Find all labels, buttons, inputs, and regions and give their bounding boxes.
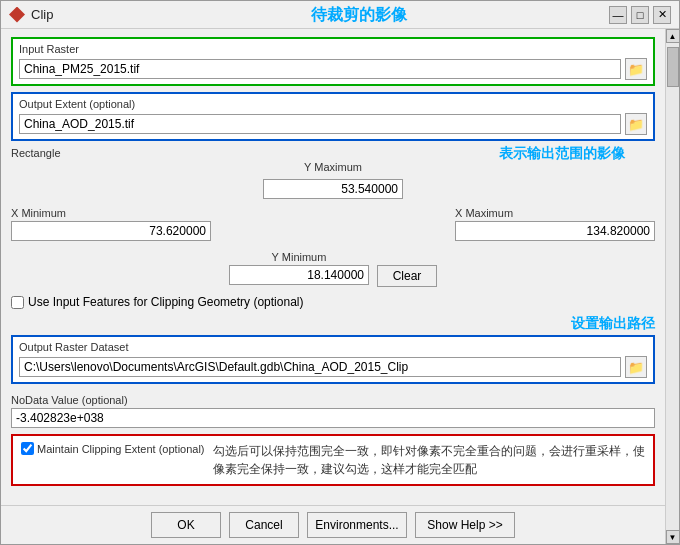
- scroll-thumb[interactable]: [667, 47, 679, 87]
- x-max-group: X Maximum: [455, 207, 655, 241]
- clip-icon: [9, 7, 25, 23]
- title-bar: Clip 待裁剪的影像 — □ ✕: [1, 1, 679, 29]
- y-minimum-label: Y Minimum: [229, 251, 369, 263]
- title-controls: — □ ✕: [609, 6, 671, 24]
- scroll-up-arrow[interactable]: ▲: [666, 29, 680, 43]
- y-min-row: Y Minimum Clear: [11, 249, 655, 287]
- bottom-bar: OK Cancel Environments... Show Help >>: [1, 505, 665, 544]
- x-maximum-input[interactable]: [455, 221, 655, 241]
- ok-button[interactable]: OK: [151, 512, 221, 538]
- scrollbar[interactable]: ▲ ▼: [665, 29, 679, 544]
- x-min-group: X Minimum: [11, 207, 211, 241]
- input-raster-folder-button[interactable]: 📁: [625, 58, 647, 80]
- rectangle-grid: Y Maximum X Minimum X Maximum: [11, 161, 655, 287]
- rectangle-section: Rectangle 表示输出范围的影像 Y Maximum X Minimum: [11, 147, 655, 287]
- use-input-features-label: Use Input Features for Clipping Geometry…: [28, 295, 303, 309]
- output-raster-annotation: 设置输出路径: [571, 315, 655, 331]
- show-help-button[interactable]: Show Help >>: [415, 512, 515, 538]
- output-extent-section: Output Extent (optional) 📁: [11, 92, 655, 141]
- input-raster-field[interactable]: [19, 59, 621, 79]
- main-window: Clip 待裁剪的影像 — □ ✕ ▲ ▼ Input Raster 📁 Out…: [0, 0, 680, 545]
- title-left: Clip: [9, 7, 53, 23]
- window-title: Clip: [31, 7, 53, 22]
- rectangle-label: Rectangle: [11, 147, 61, 159]
- environments-button[interactable]: Environments...: [307, 512, 407, 538]
- use-input-features-checkbox[interactable]: [11, 296, 24, 309]
- maximize-button[interactable]: □: [631, 6, 649, 24]
- maintain-check-group: Maintain Clipping Extent (optional): [21, 442, 205, 455]
- output-extent-annotation: 表示输出范围的影像: [499, 145, 625, 163]
- output-raster-row: 📁: [19, 356, 647, 378]
- x-minimum-input[interactable]: [11, 221, 211, 241]
- output-raster-folder-button[interactable]: 📁: [625, 356, 647, 378]
- nodata-section: NoData Value (optional): [11, 394, 655, 428]
- x-minmax-row: X Minimum X Maximum: [11, 207, 655, 241]
- input-raster-row: 📁: [19, 58, 647, 80]
- y-maximum-label: Y Maximum: [304, 161, 362, 173]
- output-raster-field[interactable]: [19, 357, 621, 377]
- y-min-group: Y Minimum: [229, 251, 369, 285]
- y-max-input-row: [11, 179, 655, 199]
- clear-button[interactable]: Clear: [377, 265, 437, 287]
- maintain-checkbox[interactable]: [21, 442, 34, 455]
- close-button[interactable]: ✕: [653, 6, 671, 24]
- use-input-features-row: Use Input Features for Clipping Geometry…: [11, 295, 655, 309]
- minimize-button[interactable]: —: [609, 6, 627, 24]
- output-extent-label: Output Extent (optional): [19, 98, 647, 110]
- output-extent-folder-button[interactable]: 📁: [625, 113, 647, 135]
- cancel-button[interactable]: Cancel: [229, 512, 299, 538]
- title-cn: 待裁剪的影像: [311, 5, 407, 26]
- output-extent-row: 📁: [19, 113, 647, 135]
- nodata-input[interactable]: [11, 408, 655, 428]
- nodata-label: NoData Value (optional): [11, 394, 655, 406]
- maintain-checkbox-label: Maintain Clipping Extent (optional): [21, 442, 205, 455]
- y-maximum-input[interactable]: [263, 179, 403, 199]
- output-raster-annotation-row: 设置输出路径: [11, 315, 655, 333]
- content-area: Input Raster 📁 Output Extent (optional) …: [1, 29, 665, 505]
- output-raster-label: Output Raster Dataset: [19, 341, 647, 353]
- input-raster-section: Input Raster 📁: [11, 37, 655, 86]
- output-raster-wrapper: 设置输出路径 Output Raster Dataset 📁: [11, 315, 655, 384]
- x-maximum-label: X Maximum: [455, 207, 655, 219]
- input-raster-label: Input Raster: [19, 43, 647, 55]
- maintain-section: Maintain Clipping Extent (optional) 勾选后可…: [11, 434, 655, 486]
- x-minimum-label: X Minimum: [11, 207, 211, 219]
- maintain-label: Maintain Clipping Extent (optional): [37, 443, 205, 455]
- y-minimum-input[interactable]: [229, 265, 369, 285]
- scroll-down-arrow[interactable]: ▼: [666, 530, 680, 544]
- maintain-description: 勾选后可以保持范围完全一致，即针对像素不完全重合的问题，会进行重采样，使像素完全…: [213, 442, 645, 478]
- output-extent-field[interactable]: [19, 114, 621, 134]
- output-raster-section: Output Raster Dataset 📁: [11, 335, 655, 384]
